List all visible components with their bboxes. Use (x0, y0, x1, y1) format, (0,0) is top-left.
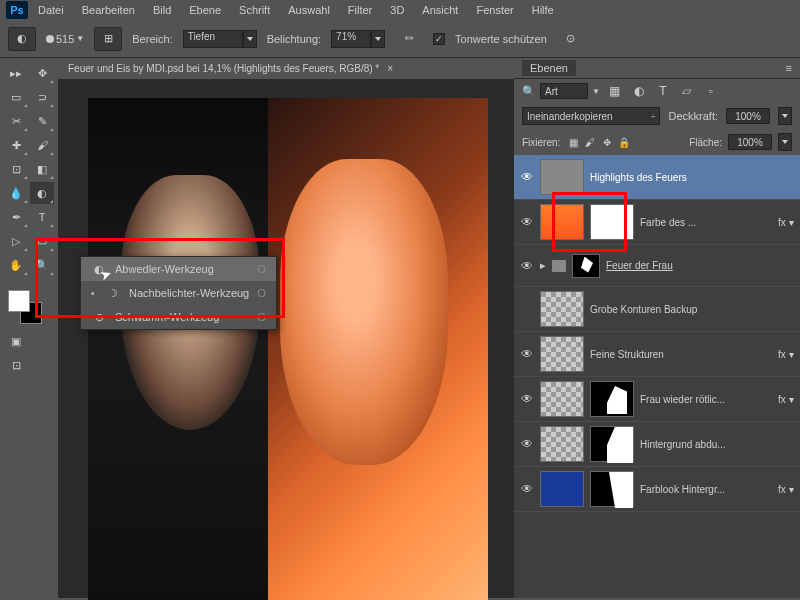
exposure-input[interactable]: 71% (331, 30, 371, 48)
filter-type-icon[interactable]: T (654, 83, 672, 99)
fg-color[interactable] (8, 290, 30, 312)
marquee-tool[interactable]: ▭ (4, 86, 28, 108)
visibility-icon[interactable]: 👁 (520, 392, 534, 406)
visibility-icon[interactable]: 👁 (520, 347, 534, 361)
menu-view[interactable]: Ansicht (414, 2, 466, 18)
crop-tool[interactable]: ✂ (4, 110, 28, 132)
lock-pixels-icon[interactable]: 🖌 (583, 135, 597, 149)
menu-type[interactable]: Schrift (231, 2, 278, 18)
lock-all-icon[interactable]: 🔒 (617, 135, 631, 149)
opacity-dropdown[interactable] (778, 107, 792, 125)
layer-row[interactable]: 👁Hintergrund abdu... (514, 422, 800, 467)
layer-name-label[interactable]: Frau wieder rötlic... (640, 394, 772, 405)
layer-mask-thumb[interactable] (590, 204, 634, 240)
layer-filter[interactable]: 🔍▼ (522, 83, 600, 99)
screenmode-icon[interactable]: ⊡ (4, 354, 28, 376)
filter-shape-icon[interactable]: ▱ (678, 83, 696, 99)
layer-mask-thumb[interactable] (590, 426, 634, 462)
layer-name-label[interactable]: Farbe des ... (640, 217, 772, 228)
flyout-sponge[interactable]: ⊙ Schwamm-Werkzeug O (81, 305, 276, 329)
fx-icon[interactable]: fx ▾ (778, 394, 794, 405)
fx-icon[interactable]: fx ▾ (778, 349, 794, 360)
hand-tool[interactable]: ✋ (4, 254, 28, 276)
healing-tool[interactable]: ✚ (4, 134, 28, 156)
zoom-tool[interactable]: 🔍 (30, 254, 54, 276)
menu-filter[interactable]: Filter (340, 2, 380, 18)
layer-row[interactable]: 👁Feine Strukturenfx ▾ (514, 332, 800, 377)
filter-input[interactable] (540, 83, 588, 99)
blur-tool[interactable]: 💧 (4, 182, 28, 204)
airbrush-icon[interactable]: ✏ (395, 27, 423, 51)
path-tool[interactable]: ▷ (4, 230, 28, 252)
fx-icon[interactable]: fx ▾ (778, 217, 794, 228)
menu-file[interactable]: Datei (30, 2, 72, 18)
lock-position-icon[interactable]: ✥ (600, 135, 614, 149)
pen-tool[interactable]: ✒ (4, 206, 28, 228)
visibility-icon[interactable]: 👁 (520, 437, 534, 451)
layer-row[interactable]: 👁Highlights des Feuers (514, 155, 800, 200)
layer-name-label[interactable]: Farblook Hintergr... (640, 484, 772, 495)
menu-3d[interactable]: 3D (382, 2, 412, 18)
visibility-icon[interactable]: 👁 (520, 482, 534, 496)
quickmask-icon[interactable]: ▣ (4, 330, 28, 352)
group-expand-icon[interactable]: ▸ (540, 259, 546, 272)
layer-name-label[interactable]: Feuer der Frau (606, 260, 794, 271)
blend-mode-select[interactable]: Ineinanderkopieren÷ (522, 107, 660, 125)
move-tool[interactable]: ✥ (30, 62, 54, 84)
layer-row[interactable]: 👁Farbe des ...fx ▾ (514, 200, 800, 245)
layer-thumb[interactable] (540, 381, 584, 417)
layer-thumb[interactable] (540, 159, 584, 195)
layer-mask-thumb[interactable] (572, 254, 600, 278)
fill-dropdown[interactable] (778, 133, 792, 151)
menu-select[interactable]: Auswahl (280, 2, 338, 18)
layer-mask-thumb[interactable] (590, 381, 634, 417)
layer-name-label[interactable]: Highlights des Feuers (590, 172, 794, 183)
lasso-tool[interactable]: ⊃ (30, 86, 54, 108)
brush-preset[interactable]: 515 ▼ (46, 33, 84, 45)
range-dropdown[interactable] (243, 30, 257, 48)
expand-icon[interactable]: ▸▸ (4, 62, 28, 84)
layer-row[interactable]: 👁Farblook Hintergr...fx ▾ (514, 467, 800, 512)
layer-thumb[interactable] (540, 426, 584, 462)
eyedropper-tool[interactable]: ✎ (30, 110, 54, 132)
filter-smart-icon[interactable]: ▫ (702, 83, 720, 99)
visibility-icon[interactable]: 👁 (520, 259, 534, 273)
canvas-image[interactable] (88, 98, 488, 600)
layer-thumb[interactable] (540, 336, 584, 372)
menu-image[interactable]: Bild (145, 2, 179, 18)
lock-transparent-icon[interactable]: ▦ (566, 135, 580, 149)
menu-edit[interactable]: Bearbeiten (74, 2, 143, 18)
layer-row[interactable]: Grobe Konturen Backup (514, 287, 800, 332)
protect-tones-checkbox[interactable] (433, 33, 445, 45)
stamp-tool[interactable]: ⊡ (4, 158, 28, 180)
color-swatches[interactable] (4, 286, 54, 328)
layer-row[interactable]: 👁▸Feuer der Frau (514, 245, 800, 287)
layer-row[interactable]: 👁Frau wieder rötlic...fx ▾ (514, 377, 800, 422)
exposure-dropdown[interactable] (371, 30, 385, 48)
visibility-icon[interactable] (520, 302, 534, 316)
menu-window[interactable]: Fenster (468, 2, 521, 18)
range-select[interactable]: Tiefen (183, 30, 243, 48)
flyout-burn[interactable]: ▪ ☽ Nachbelichter-Werkzeug O (81, 281, 276, 305)
tool-preset-icon[interactable]: ◐ (8, 27, 36, 51)
filter-adjust-icon[interactable]: ◐ (630, 83, 648, 99)
document-tab[interactable]: Feuer und Eis by MDI.psd bei 14,1% (High… (58, 58, 514, 80)
layer-thumb[interactable] (540, 291, 584, 327)
shape-tool[interactable]: ▭ (30, 230, 54, 252)
panel-menu-icon[interactable]: ≡ (786, 62, 792, 74)
layer-name-label[interactable]: Feine Strukturen (590, 349, 772, 360)
layer-name-label[interactable]: Hintergrund abdu... (640, 439, 794, 450)
opacity-input[interactable] (726, 108, 770, 124)
brush-panel-icon[interactable]: ⊞ (94, 27, 122, 51)
menu-layer[interactable]: Ebene (181, 2, 229, 18)
menu-help[interactable]: Hilfe (524, 2, 562, 18)
layers-tab[interactable]: Ebenen (522, 60, 576, 76)
pressure-icon[interactable]: ⊙ (557, 27, 585, 51)
visibility-icon[interactable]: 👁 (520, 170, 534, 184)
dodge-tool[interactable]: ◐ (30, 182, 54, 204)
layer-name-label[interactable]: Grobe Konturen Backup (590, 304, 794, 315)
brush-tool[interactable]: 🖌 (30, 134, 54, 156)
fx-icon[interactable]: fx ▾ (778, 484, 794, 495)
visibility-icon[interactable]: 👁 (520, 215, 534, 229)
layer-thumb[interactable] (540, 204, 584, 240)
